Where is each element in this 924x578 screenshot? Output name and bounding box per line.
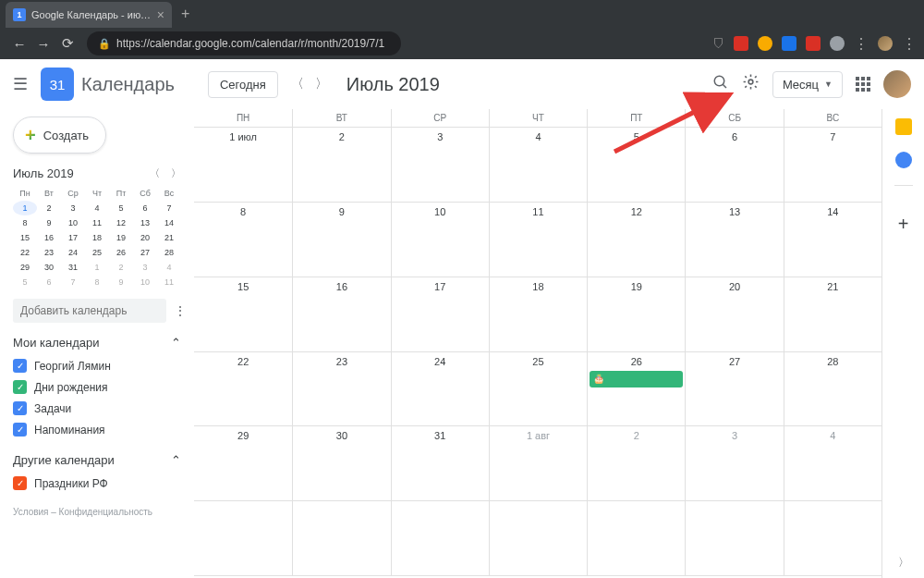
mini-day[interactable]: 24 (61, 245, 85, 260)
mini-day[interactable]: 20 (133, 230, 157, 245)
calendar-item[interactable]: ✓Дни рождения (13, 376, 181, 398)
mini-day[interactable]: 29 (13, 260, 37, 275)
mini-day[interactable]: 30 (37, 260, 61, 275)
mini-day[interactable]: 4 (157, 260, 181, 275)
mini-day[interactable]: 13 (133, 215, 157, 230)
back-icon[interactable]: ← (7, 36, 31, 52)
user-avatar[interactable] (883, 70, 911, 98)
mini-day[interactable]: 18 (85, 230, 109, 245)
collapse-rail-icon[interactable]: 〉 (898, 555, 909, 571)
calendar-item[interactable]: ✓Георгий Лямин (13, 355, 181, 376)
calendar-item[interactable]: ✓Задачи (13, 398, 181, 419)
apps-grid-icon[interactable] (856, 77, 870, 92)
calendar-checkbox[interactable]: ✓ (13, 401, 27, 415)
next-period-icon[interactable]: 〉 (315, 76, 328, 92)
day-cell[interactable]: 1 июл (194, 128, 292, 202)
mini-day[interactable]: 17 (61, 230, 85, 245)
day-cell[interactable]: 21 (784, 277, 881, 351)
mini-prev-icon[interactable]: 〈 (150, 166, 160, 180)
event-bar[interactable]: 🎂 (590, 371, 683, 387)
mini-day[interactable]: 4 (85, 201, 109, 215)
prev-period-icon[interactable]: 〈 (291, 76, 304, 92)
mini-day[interactable]: 7 (61, 275, 85, 289)
ext-more-icon[interactable]: ⋮ (854, 35, 869, 53)
mini-day[interactable]: 6 (133, 201, 157, 215)
mini-day[interactable]: 31 (61, 260, 85, 275)
day-cell[interactable]: 2 (292, 128, 390, 202)
mini-day[interactable]: 28 (157, 245, 181, 260)
addons-plus-icon[interactable]: + (898, 214, 909, 235)
day-cell[interactable]: 27 (685, 352, 783, 426)
day-cell[interactable]: 5 (587, 128, 685, 202)
day-cell[interactable] (784, 501, 881, 575)
mini-day[interactable]: 27 (133, 245, 157, 260)
mini-day[interactable]: 12 (109, 215, 133, 230)
day-cell[interactable]: 10 (391, 203, 489, 277)
mini-day[interactable]: 5 (13, 275, 37, 289)
day-cell[interactable]: 13 (685, 203, 783, 277)
ext-icon-4[interactable] (806, 36, 821, 51)
mini-day[interactable]: 15 (13, 230, 37, 245)
day-cell[interactable]: 18 (489, 277, 587, 351)
mini-day[interactable]: 21 (157, 230, 181, 245)
day-cell[interactable]: 29 (194, 426, 292, 500)
hamburger-icon[interactable]: ☰ (13, 74, 28, 94)
day-cell[interactable]: 9 (292, 203, 390, 277)
day-cell[interactable] (489, 501, 587, 575)
mini-day[interactable]: 9 (109, 275, 133, 289)
day-cell[interactable]: 15 (194, 277, 292, 351)
ext-icon-3[interactable] (782, 36, 796, 51)
mini-next-icon[interactable]: 〉 (171, 166, 181, 180)
day-cell[interactable]: 16 (292, 277, 390, 351)
mini-day[interactable]: 10 (133, 275, 157, 289)
mini-day[interactable]: 26 (109, 245, 133, 260)
day-cell[interactable] (587, 501, 685, 575)
browser-menu-icon[interactable]: ⋮ (902, 35, 917, 53)
add-calendar-input[interactable] (13, 299, 166, 323)
day-cell[interactable]: 11 (489, 203, 587, 277)
view-select[interactable]: Месяц ▼ (772, 71, 843, 98)
reload-icon[interactable]: ⟳ (55, 35, 79, 52)
keep-icon[interactable] (895, 118, 912, 135)
mini-day[interactable]: 16 (37, 230, 61, 245)
mini-day[interactable]: 9 (37, 215, 61, 230)
day-cell[interactable]: 17 (391, 277, 489, 351)
ext-icon-5[interactable] (830, 36, 845, 51)
day-cell[interactable]: 14 (784, 203, 881, 277)
day-cell[interactable] (391, 501, 489, 575)
day-cell[interactable]: 26🎂 (587, 352, 685, 426)
calendar-checkbox[interactable]: ✓ (13, 359, 27, 373)
tab-close-icon[interactable]: × (157, 7, 164, 22)
my-calendars-header[interactable]: Мои календари ⌃ (13, 330, 181, 355)
day-cell[interactable]: 19 (587, 277, 685, 351)
gear-icon[interactable] (742, 73, 760, 95)
calendar-checkbox[interactable]: ✓ (13, 476, 27, 490)
mini-day[interactable]: 10 (61, 215, 85, 230)
mini-day[interactable]: 3 (61, 201, 85, 215)
browser-tab[interactable]: 1 Google Календарь - июль 201 × (6, 2, 172, 28)
day-cell[interactable]: 31 (391, 426, 489, 500)
calendar-item[interactable]: ✓Праздники РФ (13, 473, 181, 494)
tasks-icon[interactable] (895, 152, 912, 168)
day-cell[interactable]: 22 (194, 352, 292, 426)
search-icon[interactable] (712, 74, 729, 95)
day-cell[interactable]: 25 (489, 352, 587, 426)
day-cell[interactable]: 24 (391, 352, 489, 426)
forward-icon[interactable]: → (31, 36, 55, 52)
day-cell[interactable]: 1 авг (489, 426, 587, 500)
day-cell[interactable]: 8 (194, 203, 292, 277)
mini-day[interactable]: 1 (13, 201, 37, 215)
day-cell[interactable]: 4 (489, 128, 587, 202)
ext-icon-2[interactable] (758, 36, 772, 51)
day-cell[interactable] (685, 501, 783, 575)
calendar-item[interactable]: ✓Напоминания (13, 419, 181, 440)
other-calendars-header[interactable]: Другие календари ⌃ (13, 448, 181, 473)
day-cell[interactable] (292, 501, 390, 575)
mini-day[interactable]: 5 (109, 201, 133, 215)
day-cell[interactable]: 3 (391, 128, 489, 202)
day-cell[interactable]: 28 (784, 352, 881, 426)
day-cell[interactable]: 4 (784, 426, 881, 500)
mini-day[interactable]: 2 (37, 201, 61, 215)
mini-day[interactable]: 8 (85, 275, 109, 289)
mini-day[interactable]: 1 (85, 260, 109, 275)
